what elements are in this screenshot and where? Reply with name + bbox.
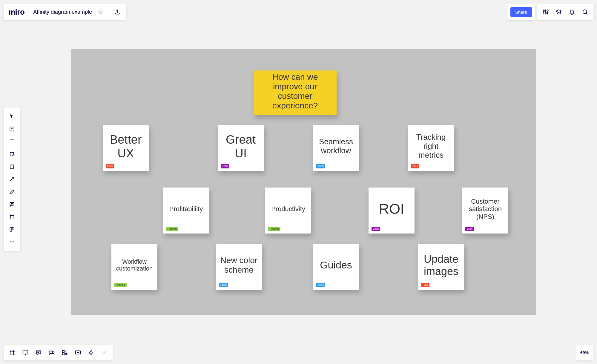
sticky-note[interactable]: Great UIJosh — [218, 125, 264, 171]
sticky-note[interactable]: Seamless workflowAnna — [313, 125, 359, 171]
sticky-text: ROI — [379, 201, 404, 217]
sticky-note[interactable]: Better UXPaul — [103, 125, 149, 171]
header-right: Share — [507, 4, 593, 20]
zoom-indicator[interactable]: 69% — [575, 345, 593, 360]
sticky-text: Workflow customization — [116, 258, 153, 272]
svg-line-15 — [10, 178, 13, 181]
svg-point-26 — [13, 242, 14, 242]
connection-line-tool-icon[interactable] — [6, 173, 18, 185]
sticky-note[interactable]: How can we improve our customer experien… — [254, 70, 337, 115]
sticky-text: Productivity — [271, 205, 305, 213]
sticky-text: Profitabililty — [169, 205, 203, 213]
chat-icon[interactable] — [46, 347, 57, 358]
card-list-icon[interactable] — [59, 347, 70, 358]
svg-line-9 — [586, 13, 588, 15]
divider — [29, 8, 29, 16]
comments-panel-icon[interactable] — [33, 347, 44, 358]
notifications-icon[interactable] — [566, 6, 578, 18]
author-tag: Anna — [219, 283, 228, 287]
author-tag: Anna — [316, 164, 325, 168]
author-tag: Paul — [411, 164, 419, 168]
sticky-note[interactable]: Workflow customizationPrianka — [111, 244, 157, 290]
sticky-text: New color scheme — [220, 256, 258, 275]
activity-icon[interactable] — [85, 347, 97, 358]
author-tag: Prianka — [268, 227, 280, 231]
svg-rect-23 — [12, 227, 14, 230]
screen-share-icon[interactable] — [72, 347, 84, 358]
sticky-text: Customer satisfaction (NPS) — [466, 198, 504, 220]
star-icon[interactable] — [96, 8, 105, 16]
sticky-note[interactable]: ProfitabililtyPrianka — [163, 188, 209, 234]
svg-rect-22 — [10, 227, 12, 231]
sticky-text: Guides — [320, 259, 352, 271]
sticky-text: How can we improve our customer experien… — [258, 72, 332, 111]
svg-point-5 — [545, 12, 547, 14]
header-left: miro Affinity diagram example — [4, 4, 126, 20]
divider — [109, 8, 109, 16]
svg-point-25 — [12, 242, 13, 242]
export-icon[interactable] — [113, 8, 122, 16]
svg-point-7 — [547, 10, 548, 11]
logo[interactable]: miro — [8, 7, 24, 17]
svg-rect-36 — [62, 351, 64, 352]
author-tag: Josh — [221, 164, 229, 168]
sticky-note[interactable]: New color schemeAnna — [216, 244, 262, 290]
share-group: Share — [507, 4, 535, 20]
bottom-toolbar — [4, 345, 113, 360]
card-tool-icon[interactable] — [6, 223, 18, 235]
sticky-note[interactable]: ProductivityPrianka — [265, 188, 311, 234]
board-title[interactable]: Affinity diagram example — [33, 9, 92, 15]
author-tag: Anna — [316, 283, 325, 287]
sticky-text: Tracking right metrics — [412, 133, 450, 160]
sticky-note[interactable]: Customer satisfaction (NPS)Josh — [462, 188, 508, 234]
select-tool-icon[interactable] — [6, 110, 18, 122]
more-tools-icon[interactable] — [6, 236, 18, 248]
sticky-text: Great UI — [222, 133, 260, 160]
svg-rect-14 — [10, 165, 14, 168]
svg-point-8 — [583, 10, 587, 14]
sticky-note[interactable]: GuidesAnna — [313, 244, 359, 290]
author-tag: Paul — [421, 283, 429, 287]
shape-tool-icon[interactable] — [6, 161, 18, 173]
frame-tool-icon[interactable] — [6, 211, 18, 223]
text-tool-icon[interactable] — [6, 136, 18, 148]
settings-sliders-icon[interactable] — [540, 6, 552, 18]
collapse-icon[interactable] — [99, 347, 110, 358]
sticky-note-tool-icon[interactable] — [6, 148, 18, 160]
frames-panel-icon[interactable] — [7, 347, 18, 358]
left-toolbar — [4, 107, 20, 251]
share-button[interactable]: Share — [510, 7, 532, 17]
author-tag: Josh — [465, 227, 474, 231]
pen-tool-icon[interactable] — [6, 186, 18, 198]
comment-tool-icon[interactable] — [6, 198, 18, 210]
header-tools — [537, 4, 593, 20]
svg-marker-0 — [98, 10, 103, 14]
sticky-note[interactable]: Tracking right metricsPaul — [408, 125, 454, 171]
svg-rect-37 — [62, 353, 64, 355]
author-tag: Prianka — [166, 227, 178, 231]
author-tag: Josh — [372, 227, 380, 231]
templates-icon[interactable] — [6, 123, 18, 135]
svg-rect-31 — [23, 351, 28, 354]
sticky-text: Update images — [422, 253, 460, 278]
presentation-mode-icon[interactable] — [20, 347, 31, 358]
author-tag: Paul — [106, 164, 114, 168]
learn-icon[interactable] — [553, 6, 565, 18]
sticky-text: Seamless workflow — [317, 137, 355, 155]
author-tag: Prianka — [114, 283, 127, 287]
sticky-note[interactable]: ROIJosh — [369, 188, 415, 234]
search-icon[interactable] — [579, 6, 591, 18]
sticky-text: Better UX — [107, 133, 145, 160]
canvas-frame[interactable]: How can we improve our customer experien… — [71, 49, 536, 315]
svg-point-3 — [543, 10, 544, 12]
sticky-note[interactable]: Update imagesPaul — [418, 244, 464, 290]
svg-point-24 — [10, 242, 11, 242]
